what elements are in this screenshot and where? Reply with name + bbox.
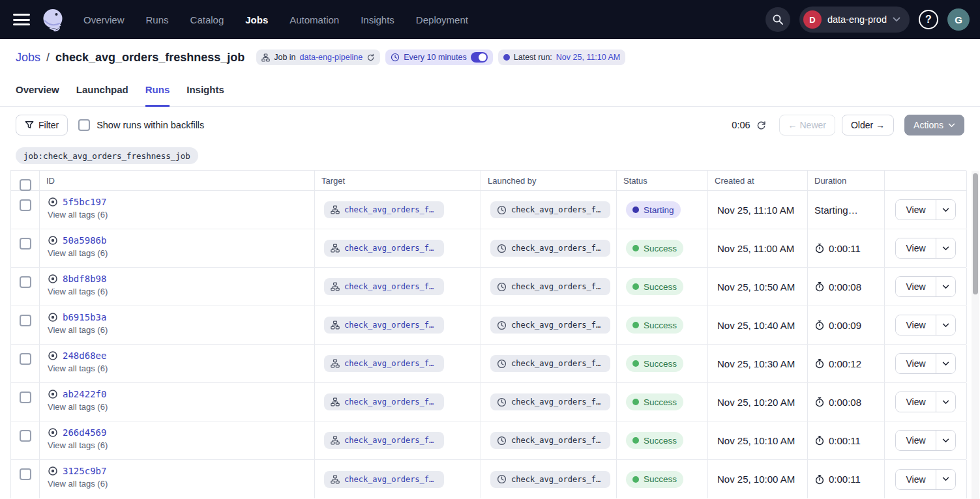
run-id-link[interactable]: 5f5bc197 — [63, 197, 106, 207]
run-actions-dropdown[interactable] — [936, 431, 955, 450]
reload-icon[interactable] — [366, 53, 375, 62]
target-name[interactable]: check_avg_orders_freshness_job — [344, 205, 438, 214]
nav-item-jobs[interactable]: Jobs — [245, 14, 268, 25]
row-checkbox[interactable] — [20, 392, 31, 403]
view-all-tags-link[interactable]: View all tags (6) — [48, 325, 314, 335]
view-all-tags-link[interactable]: View all tags (6) — [48, 479, 314, 489]
tab-overview[interactable]: Overview — [16, 76, 59, 107]
vertical-scrollbar-thumb[interactable] — [973, 173, 978, 294]
launched-by-chip[interactable]: check_avg_orders_freshn… — [490, 355, 610, 372]
target-name[interactable]: check_avg_orders_freshness_job — [344, 475, 438, 484]
row-checkbox[interactable] — [20, 430, 31, 442]
target-name[interactable]: check_avg_orders_freshness_job — [344, 359, 438, 368]
view-run-button[interactable]: View — [896, 277, 935, 296]
run-actions-dropdown[interactable] — [936, 315, 955, 335]
select-all-checkbox[interactable] — [20, 179, 31, 191]
view-all-tags-link[interactable]: View all tags (6) — [48, 402, 314, 412]
older-button[interactable]: Older → — [842, 115, 894, 135]
latest-run-link[interactable]: Nov 25, 11:10 AM — [556, 53, 620, 62]
view-run-button[interactable]: View — [896, 315, 935, 335]
row-checkbox[interactable] — [20, 315, 31, 326]
search-button[interactable] — [765, 7, 790, 32]
tab-insights[interactable]: Insights — [186, 76, 224, 107]
run-id-link[interactable]: 266d4569 — [63, 427, 106, 438]
view-all-tags-link[interactable]: View all tags (6) — [48, 364, 314, 373]
tab-launchpad[interactable]: Launchpad — [76, 76, 128, 107]
refresh-icon[interactable] — [756, 121, 766, 130]
view-run-button[interactable]: View — [896, 470, 935, 489]
run-actions-dropdown[interactable] — [936, 470, 955, 489]
launched-by-name[interactable]: check_avg_orders_freshn… — [511, 397, 604, 406]
run-id-link[interactable]: 50a5986b — [63, 235, 106, 246]
view-all-tags-link[interactable]: View all tags (6) — [48, 440, 314, 450]
target-chip[interactable]: check_avg_orders_freshness_job — [324, 240, 444, 257]
launched-by-name[interactable]: check_avg_orders_freshn… — [511, 205, 604, 214]
row-checkbox[interactable] — [20, 238, 31, 250]
target-name[interactable]: check_avg_orders_freshness_job — [344, 321, 438, 330]
row-checkbox[interactable] — [20, 276, 31, 288]
run-id-link[interactable]: 3125c9b7 — [63, 466, 106, 476]
view-all-tags-link[interactable]: View all tags (6) — [48, 248, 314, 258]
view-run-button[interactable]: View — [896, 238, 935, 258]
nav-item-automation[interactable]: Automation — [290, 14, 339, 25]
view-run-button[interactable]: View — [896, 431, 935, 450]
view-run-button[interactable]: View — [896, 392, 935, 412]
run-actions-dropdown[interactable] — [936, 200, 955, 220]
target-name[interactable]: check_avg_orders_freshness_job — [344, 244, 438, 253]
run-id-link[interactable]: 8bdf8b98 — [63, 274, 106, 284]
row-checkbox[interactable] — [20, 199, 31, 211]
nav-item-overview[interactable]: Overview — [83, 14, 125, 25]
launched-by-chip[interactable]: check_avg_orders_freshn… — [490, 393, 610, 410]
launched-by-name[interactable]: check_avg_orders_freshn… — [511, 436, 604, 445]
pipeline-link[interactable]: data-eng-pipeline — [300, 53, 363, 62]
target-chip[interactable]: check_avg_orders_freshness_job — [324, 355, 444, 372]
launched-by-name[interactable]: check_avg_orders_freshn… — [511, 321, 604, 330]
target-name[interactable]: check_avg_orders_freshness_job — [344, 397, 438, 406]
launched-by-name[interactable]: check_avg_orders_freshn… — [511, 282, 604, 291]
schedule-toggle[interactable] — [471, 52, 488, 63]
run-actions-dropdown[interactable] — [936, 238, 955, 258]
view-run-button[interactable]: View — [896, 354, 935, 373]
row-checkbox[interactable] — [20, 353, 31, 365]
filter-button[interactable]: Filter — [16, 115, 68, 135]
launched-by-chip[interactable]: check_avg_orders_freshn… — [490, 317, 610, 334]
view-all-tags-link[interactable]: View all tags (6) — [48, 287, 314, 296]
nav-item-insights[interactable]: Insights — [361, 14, 394, 25]
view-run-button[interactable]: View — [896, 200, 935, 220]
launched-by-chip[interactable]: check_avg_orders_freshn… — [490, 240, 610, 257]
user-avatar[interactable]: G — [947, 8, 970, 31]
target-chip[interactable]: check_avg_orders_freshness_job — [324, 201, 444, 218]
target-name[interactable]: check_avg_orders_freshness_job — [344, 436, 438, 445]
row-checkbox[interactable] — [20, 468, 31, 480]
run-actions-dropdown[interactable] — [936, 354, 955, 373]
breadcrumb-jobs-link[interactable]: Jobs — [16, 51, 40, 64]
target-chip[interactable]: check_avg_orders_freshness_job — [324, 278, 444, 295]
launched-by-chip[interactable]: check_avg_orders_freshn… — [490, 278, 610, 295]
launched-by-chip[interactable]: check_avg_orders_freshn… — [490, 201, 610, 218]
target-chip[interactable]: check_avg_orders_freshness_job — [324, 317, 444, 334]
run-id-link[interactable]: ab2422f0 — [63, 389, 106, 399]
job-filter-tag[interactable]: job:check_avg_orders_freshness_job — [16, 147, 198, 164]
run-actions-dropdown[interactable] — [936, 392, 955, 412]
run-actions-dropdown[interactable] — [936, 277, 955, 296]
dagster-logo-icon[interactable] — [39, 6, 67, 33]
help-button[interactable]: ? — [919, 10, 938, 29]
target-chip[interactable]: check_avg_orders_freshness_job — [324, 471, 444, 488]
nav-item-catalog[interactable]: Catalog — [190, 14, 224, 25]
tab-runs[interactable]: Runs — [145, 76, 170, 107]
target-chip[interactable]: check_avg_orders_freshness_job — [324, 432, 444, 449]
launched-by-name[interactable]: check_avg_orders_freshn… — [511, 359, 604, 368]
hamburger-menu-icon[interactable] — [13, 14, 30, 25]
target-chip[interactable]: check_avg_orders_freshness_job — [324, 393, 444, 410]
backfills-checkbox[interactable] — [78, 119, 90, 131]
run-id-link[interactable]: b6915b3a — [63, 312, 106, 322]
run-id-link[interactable]: 248d68ee — [63, 350, 106, 361]
launched-by-chip[interactable]: check_avg_orders_freshn… — [490, 432, 610, 449]
actions-button[interactable]: Actions — [904, 115, 964, 135]
launched-by-name[interactable]: check_avg_orders_freshn… — [511, 244, 604, 253]
launched-by-name[interactable]: check_avg_orders_freshn… — [511, 475, 604, 484]
deployment-switcher[interactable]: D data-eng-prod — [799, 7, 910, 33]
nav-item-runs[interactable]: Runs — [146, 14, 169, 25]
newer-button[interactable]: ← Newer — [779, 115, 835, 135]
view-all-tags-link[interactable]: View all tags (6) — [48, 210, 314, 220]
